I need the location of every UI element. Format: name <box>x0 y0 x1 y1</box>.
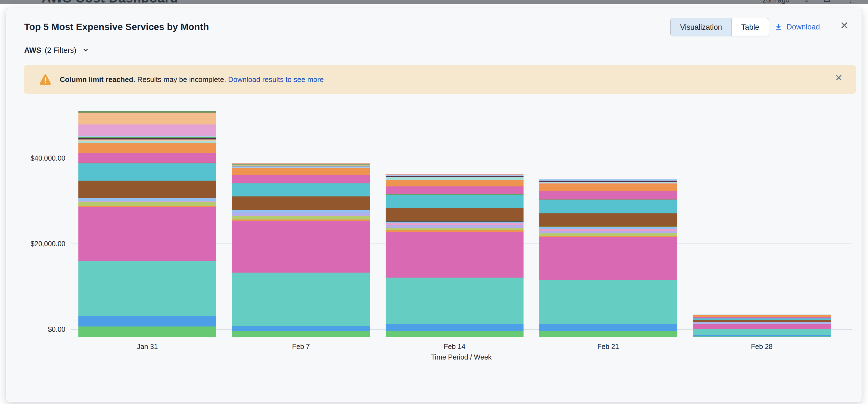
bar-segment[interactable] <box>385 324 524 331</box>
bar-segment[interactable] <box>232 331 370 337</box>
bar-segment[interactable] <box>232 175 370 183</box>
bar-segment[interactable] <box>79 316 216 327</box>
bar-segment[interactable] <box>385 208 524 221</box>
x-axis-tick: Feb 14 <box>444 343 465 351</box>
stacked-bar-chart: $0.00$20,000.00$40,000.00Jan 31Feb 7Feb … <box>6 8 868 404</box>
bar-segment[interactable] <box>232 168 370 175</box>
bar-segment[interactable] <box>232 326 370 331</box>
bar-segment[interactable] <box>539 200 677 213</box>
bar-segment[interactable] <box>385 225 524 228</box>
x-axis-tick: Jan 31 <box>137 343 158 351</box>
bar-segment[interactable] <box>79 327 216 337</box>
bar-segment[interactable] <box>385 187 524 194</box>
bar-segment[interactable] <box>539 229 677 231</box>
bar-segment[interactable] <box>232 212 370 216</box>
chart-modal: Top 5 Most Expensive Services by Month V… <box>6 8 862 402</box>
bar-segment[interactable] <box>693 329 831 335</box>
bar-segment[interactable] <box>79 261 216 316</box>
chevron-down-icon: ⌄ <box>804 0 810 4</box>
bar-segment[interactable] <box>539 237 677 280</box>
bar-segment[interactable] <box>385 180 524 187</box>
bar-segment[interactable] <box>385 277 524 324</box>
x-axis-tick: Feb 21 <box>597 343 619 351</box>
x-axis-tick: Feb 7 <box>292 343 310 351</box>
bar-segment[interactable] <box>232 210 370 212</box>
bar-segment[interactable] <box>79 202 216 206</box>
window-icon: ▭ <box>824 0 831 4</box>
bar-segment[interactable] <box>232 273 370 326</box>
bar-segment[interactable] <box>232 221 370 272</box>
bar-segment[interactable] <box>385 224 524 225</box>
bar-segment[interactable] <box>539 184 677 191</box>
bar-segment[interactable] <box>693 324 831 329</box>
bar-segment[interactable] <box>385 177 524 180</box>
y-axis-tick: $20,000.00 <box>12 240 65 248</box>
bar-segment[interactable] <box>539 213 677 227</box>
background-page-strip: AWS Cost Dashboard 20m ago ⌄ ▭ ⋮ <box>0 0 868 4</box>
bar-segment[interactable] <box>79 153 216 163</box>
background-page-title: AWS Cost Dashboard <box>42 0 178 4</box>
bar-segment[interactable] <box>539 231 677 233</box>
bar-segment[interactable] <box>693 315 831 317</box>
bar-segment[interactable] <box>539 191 677 200</box>
bar-segment[interactable] <box>385 228 524 230</box>
bar-segment[interactable] <box>385 331 524 337</box>
bar-feb-7[interactable] <box>232 163 370 337</box>
bar-segment[interactable] <box>79 198 216 201</box>
x-axis-tick: Feb 28 <box>751 343 773 351</box>
bar-segment[interactable] <box>539 280 677 324</box>
bar-feb-28[interactable] <box>693 314 831 337</box>
bar-segment[interactable] <box>79 112 216 125</box>
bar-segment[interactable] <box>79 163 216 180</box>
y-axis-tick: $40,000.00 <box>12 154 65 162</box>
bar-segment[interactable] <box>539 233 677 236</box>
bar-jan-31[interactable] <box>79 111 216 337</box>
bar-segment[interactable] <box>385 232 524 277</box>
bar-segment[interactable] <box>232 216 370 220</box>
bar-segment[interactable] <box>693 336 831 337</box>
bar-segment[interactable] <box>79 125 216 136</box>
bar-segment[interactable] <box>539 324 677 331</box>
bar-feb-14[interactable] <box>385 174 524 337</box>
bar-segment[interactable] <box>232 183 370 196</box>
x-axis-title: Time Period / Week <box>431 353 492 361</box>
bar-segment[interactable] <box>79 143 216 153</box>
bar-segment[interactable] <box>232 196 370 210</box>
background-timestamp: 20m ago <box>762 0 789 4</box>
bar-segment[interactable] <box>79 180 216 198</box>
bar-segment[interactable] <box>79 207 216 261</box>
bar-feb-21[interactable] <box>539 179 677 337</box>
kebab-menu-icon: ⋮ <box>847 0 854 4</box>
bar-segment[interactable] <box>539 331 677 337</box>
y-axis-tick: $0.00 <box>12 325 65 333</box>
bar-segment[interactable] <box>385 195 524 208</box>
